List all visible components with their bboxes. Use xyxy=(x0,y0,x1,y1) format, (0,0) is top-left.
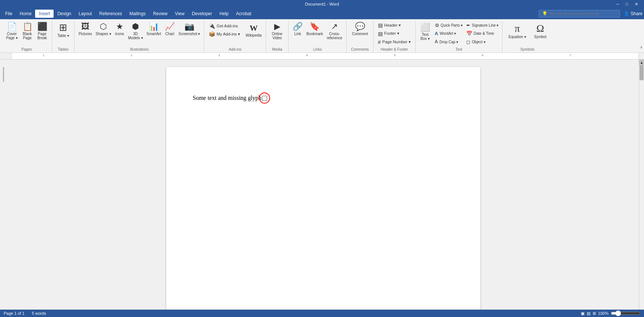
search-input[interactable] xyxy=(549,11,617,16)
ruler-track[interactable]: 1 2 3 4 5 6 7 xyxy=(11,53,639,59)
menu-home[interactable]: Home xyxy=(16,10,35,18)
link-button[interactable]: 🔗 Link xyxy=(291,21,304,45)
menu-references[interactable]: References xyxy=(96,10,126,18)
pictures-icon: 🖼 xyxy=(81,22,89,31)
wordart-button[interactable]: A WordArt ▾ xyxy=(433,30,464,37)
print-view-button[interactable]: ▤ xyxy=(587,311,590,316)
wordart-icon: A xyxy=(435,31,438,36)
ruler-mark-1: 1 xyxy=(43,54,44,57)
object-button[interactable]: ◻ Object ▾ xyxy=(465,38,500,45)
drop-cap-button[interactable]: Ꭺ Drop Cap ▾ xyxy=(433,38,464,45)
wikipedia-icon: W xyxy=(250,24,258,33)
page-wrapper[interactable]: Some text and missing glyph xyxy=(11,60,639,317)
ribbon-group-media: ▶ Online Video Media xyxy=(266,21,289,53)
bookmark-button[interactable]: 🔖 Bookmark xyxy=(304,21,325,45)
text-box-button[interactable]: ⬜ Text Box ▾ xyxy=(418,21,433,46)
footer-icon: ▤ xyxy=(378,31,383,37)
text-group-label: Text xyxy=(418,47,500,53)
equation-button[interactable]: π Equation ▾ xyxy=(505,21,529,45)
page-number-button[interactable]: # Page Number ▾ xyxy=(376,38,413,46)
header-button[interactable]: ▤ Header ▾ xyxy=(376,21,413,29)
menu-insert[interactable]: Insert xyxy=(35,10,54,18)
ribbon-collapse-button[interactable]: ∧ xyxy=(640,45,643,49)
online-video-icon: ▶ xyxy=(274,22,280,31)
tables-group-label: Tables xyxy=(54,47,72,53)
text-box-icon: ⬜ xyxy=(420,23,430,32)
web-view-button[interactable]: ⊞ xyxy=(593,311,596,316)
menu-design[interactable]: Design xyxy=(54,10,75,18)
icons-button[interactable]: ★ Icons xyxy=(113,21,126,45)
document-page[interactable]: Some text and missing glyph xyxy=(166,67,480,310)
missing-glyph-container xyxy=(262,94,267,102)
cover-page-icon: 📄 xyxy=(7,22,17,31)
ribbon-group-comments: 💬 Comment Comments xyxy=(347,21,373,53)
signature-line-button[interactable]: ✒ Signature Line ▾ xyxy=(465,22,500,29)
screenshot-icon: 📷 xyxy=(184,22,194,31)
comments-group-label: Comments xyxy=(349,47,371,53)
comment-icon: 💬 xyxy=(355,22,365,31)
blank-page-button[interactable]: 📋 Blank Page xyxy=(20,21,35,45)
ruler-mark-2: 2 xyxy=(130,54,132,57)
signature-line-icon: ✒ xyxy=(466,23,470,28)
scrollbar-up-button[interactable]: ▲ xyxy=(639,60,644,65)
menu-help[interactable]: Help xyxy=(216,10,232,18)
my-addins-button[interactable]: 📦 My Add-ins ▾ xyxy=(207,30,242,38)
menu-developer[interactable]: Developer xyxy=(188,10,216,18)
ribbon-group-addins: 🔌 Get Add-ins 📦 My Add-ins ▾ W Wikipedia… xyxy=(204,21,266,53)
chart-button[interactable]: 📈 Chart xyxy=(163,21,177,45)
ruler-mark-7: 7 xyxy=(569,54,571,57)
share-button[interactable]: 👤 Share xyxy=(624,11,643,16)
media-group-label: Media xyxy=(268,47,286,53)
document-content[interactable]: Some text and missing glyph xyxy=(193,94,454,102)
cover-page-button[interactable]: 📄 Cover Page ▾ xyxy=(4,21,20,45)
cross-reference-button[interactable]: ↗ Cross- reference xyxy=(325,21,344,45)
table-icon: ⊞ xyxy=(59,22,67,33)
symbols-group-label: Symbols xyxy=(505,47,550,53)
close-button[interactable]: ✕ xyxy=(632,2,641,7)
table-button[interactable]: ⊞ Table ▾ xyxy=(54,21,72,45)
footer-button[interactable]: ▤ Footer ▾ xyxy=(376,30,413,37)
smartart-button[interactable]: 📊 SmartArt xyxy=(145,21,163,45)
object-icon: ◻ xyxy=(466,39,470,45)
zoom-slider[interactable] xyxy=(611,310,640,316)
online-video-button[interactable]: ▶ Online Video xyxy=(268,21,286,45)
page-break-button[interactable]: ⬛ Page Break xyxy=(35,21,50,45)
left-sidebar xyxy=(0,60,11,317)
pictures-button[interactable]: 🖼 Pictures xyxy=(77,21,94,45)
ruler-mark-4: 4 xyxy=(306,54,308,57)
scrollbar-thumb[interactable] xyxy=(640,65,644,80)
my-addins-icon: 📦 xyxy=(209,31,215,37)
document-text: Some text and missing glyph xyxy=(193,95,262,101)
menu-review[interactable]: Review xyxy=(149,10,171,18)
ribbon-group-tables: ⊞ Table ▾ Tables xyxy=(52,21,75,53)
3d-models-button[interactable]: ⬢ 3D Models ▾ xyxy=(126,21,145,45)
vertical-scrollbar[interactable]: ▲ ▼ xyxy=(639,60,644,317)
header-icon: ▤ xyxy=(378,22,383,28)
wikipedia-button[interactable]: W Wikipedia xyxy=(244,22,263,47)
menu-view[interactable]: View xyxy=(171,10,188,18)
shapes-button[interactable]: ⬡ Shapes ▾ xyxy=(94,21,113,45)
page-break-icon: ⬛ xyxy=(37,22,47,31)
menu-layout[interactable]: Layout xyxy=(75,10,96,18)
symbol-button[interactable]: Ω Symbol xyxy=(531,21,550,45)
get-addins-button[interactable]: 🔌 Get Add-ins xyxy=(207,22,242,30)
minimize-button[interactable]: ─ xyxy=(613,2,622,7)
menu-bar: File Home Insert Design Layout Reference… xyxy=(0,8,644,19)
page-count-label: Page 1 of 1 xyxy=(4,311,24,316)
menu-file[interactable]: File xyxy=(1,10,16,18)
maximize-button[interactable]: □ xyxy=(623,2,631,7)
bookmark-icon: 🔖 xyxy=(310,22,320,31)
date-time-button[interactable]: 📅 Date & Time xyxy=(465,30,500,37)
comment-button[interactable]: 💬 Comment xyxy=(349,21,371,45)
illustrations-group-label: Illustrations xyxy=(77,47,202,53)
zoom-level: 100% xyxy=(598,311,609,316)
quick-parts-button[interactable]: ⚙ Quick Parts ▾ xyxy=(433,22,464,29)
menu-mailings[interactable]: Mailings xyxy=(126,10,149,18)
3d-models-icon: ⬢ xyxy=(132,22,139,31)
screenshot-button[interactable]: 📷 Screenshot ▾ xyxy=(177,21,202,45)
title-text: Document1 - Word xyxy=(305,2,339,6)
read-view-button[interactable]: ▣ xyxy=(581,311,585,316)
share-icon: 👤 xyxy=(624,11,629,16)
menu-acrobat[interactable]: Acrobat xyxy=(232,10,255,18)
date-time-icon: 📅 xyxy=(466,31,472,36)
